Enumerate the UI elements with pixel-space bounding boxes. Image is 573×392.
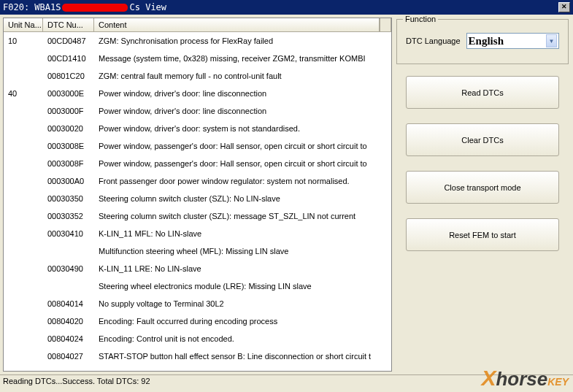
cell-dtc: 000300A0 xyxy=(43,177,94,185)
cell-dtc: 0003008E xyxy=(43,142,94,150)
table-row[interactable]: 00030020Power window, driver's door: sys… xyxy=(4,120,391,137)
cell-dtc: 0003008F xyxy=(43,159,94,168)
lang-select[interactable]: English ▼ xyxy=(466,33,559,49)
cell-content: Encoding: Control unit is not encoded. xyxy=(94,334,391,343)
table-row[interactable]: 0003008FPower window, passenger's door: … xyxy=(4,155,391,172)
cell-content: Power window, driver's door: line discon… xyxy=(94,107,391,115)
cell-dtc: 00801C20 xyxy=(43,72,94,80)
table-row[interactable]: 400003000EPower window, driver's door: l… xyxy=(4,85,391,102)
cell-dtc: 00CD1410 xyxy=(43,54,94,63)
cell-content: Steering column switch cluster (SZL): me… xyxy=(94,212,391,220)
cell-unit: 40 xyxy=(4,89,43,98)
table-row[interactable]: 00030490K-LIN_11 LRE: No LIN-slave xyxy=(4,260,391,277)
close-transport-button[interactable]: Close transport mode xyxy=(406,171,559,204)
table-row[interactable]: Multifunction steering wheel (MFL): Miss… xyxy=(4,242,391,260)
lang-label: DTC Language xyxy=(406,36,461,45)
cell-dtc: 00804014 xyxy=(43,299,94,308)
reset-fem-button[interactable]: Reset FEM to start xyxy=(406,218,559,251)
cell-content: Power window, driver's door: line discon… xyxy=(94,89,391,98)
col-header-unit[interactable]: Unit Na... xyxy=(4,18,43,31)
cell-content: Power window, driver's door: system is n… xyxy=(94,124,391,133)
window-title: F020: WBA1SCs View xyxy=(3,0,166,15)
table-row[interactable]: 00030352Steering column switch cluster (… xyxy=(4,207,391,225)
redacted-vin xyxy=(62,4,128,12)
col-header-dtc[interactable]: DTC Nu... xyxy=(43,18,94,31)
cell-content: START-STOP button hall effect sensor B: … xyxy=(94,352,391,361)
scroll-corner xyxy=(380,18,391,31)
title-bar: F020: WBA1SCs View ✕ xyxy=(0,0,573,15)
chevron-down-icon: ▼ xyxy=(546,34,557,47)
table-row[interactable]: 00804024Encoding: Control unit is not en… xyxy=(4,330,391,347)
table-row[interactable]: 00801C20ZGM: central fault memory full -… xyxy=(4,67,391,85)
dtc-table: Unit Na... DTC Nu... Content 1000CD0487Z… xyxy=(3,18,392,372)
cell-content: Steering column switch cluster (SZL): No… xyxy=(94,194,391,203)
cell-dtc: 00030352 xyxy=(43,212,94,220)
close-button[interactable]: ✕ xyxy=(558,2,570,12)
function-panel: Function DTC Language English ▼ Read DTC… xyxy=(395,18,570,372)
table-row[interactable]: 00030410K-LIN_11 MFL: No LIN-slave xyxy=(4,225,391,242)
cell-unit: 10 xyxy=(4,36,43,45)
table-row[interactable]: 0003000FPower window, driver's door: lin… xyxy=(4,102,391,120)
table-row[interactable]: 0003008EPower window, passenger's door: … xyxy=(4,137,391,155)
table-row[interactable]: 00804014No supply voltage to Terminal 30… xyxy=(4,295,391,312)
cell-content: Front passenger door power window regula… xyxy=(94,177,391,185)
cell-content: K-LIN_11 LRE: No LIN-slave xyxy=(94,264,391,273)
cell-content: Message (system time, 0x328) missing, re… xyxy=(94,54,391,63)
read-dtcs-button[interactable]: Read DTCs xyxy=(406,76,559,109)
function-legend: Function xyxy=(403,15,438,23)
cell-dtc: 0003000F xyxy=(43,107,94,115)
table-row[interactable]: 00030350Steering column switch cluster (… xyxy=(4,190,391,207)
cell-dtc: 00030410 xyxy=(43,229,94,238)
lang-value: English xyxy=(469,35,504,47)
cell-dtc: 00030350 xyxy=(43,194,94,203)
col-header-content[interactable]: Content xyxy=(94,18,380,31)
cell-dtc: 0003000E xyxy=(43,89,94,98)
table-row[interactable]: 00804020Encoding: Fault occurred during … xyxy=(4,312,391,330)
cell-dtc: 00804027 xyxy=(43,352,94,361)
cell-content: K-LIN_11 MFL: No LIN-slave xyxy=(94,229,391,238)
table-row[interactable]: 00804027START-STOP button hall effect se… xyxy=(4,347,391,365)
cell-content: Encoding: Fault occurred during encoding… xyxy=(94,317,391,326)
cell-dtc: 00CD0487 xyxy=(43,36,94,45)
cell-content: ZGM: Synchronisation process for FlexRay… xyxy=(94,36,391,45)
cell-dtc: 00030020 xyxy=(43,124,94,133)
cell-dtc: 00804024 xyxy=(43,334,94,343)
table-row[interactable]: Steering wheel electronics module (LRE):… xyxy=(4,277,391,295)
table-row[interactable]: 00CD1410Message (system time, 0x328) mis… xyxy=(4,50,391,67)
table-body[interactable]: 1000CD0487ZGM: Synchronisation process f… xyxy=(4,32,391,371)
cell-content: Multifunction steering wheel (MFL): Miss… xyxy=(94,247,391,255)
cell-content: No supply voltage to Terminal 30L2 xyxy=(94,299,391,308)
clear-dtcs-button[interactable]: Clear DTCs xyxy=(406,123,559,156)
status-bar: Reading DTCs...Success. Total DTCs: 92 xyxy=(0,374,573,388)
cell-content: ZGM: central fault memory full - no cont… xyxy=(94,72,391,80)
cell-dtc: 00804020 xyxy=(43,317,94,326)
cell-content: Power window, passenger's door: Hall sen… xyxy=(94,159,391,168)
cell-dtc: 00030490 xyxy=(43,264,94,273)
table-header: Unit Na... DTC Nu... Content xyxy=(4,18,391,32)
cell-content: Steering wheel electronics module (LRE):… xyxy=(94,282,391,291)
table-row[interactable]: 1000CD0487ZGM: Synchronisation process f… xyxy=(4,32,391,50)
cell-content: Power window, passenger's door: Hall sen… xyxy=(94,142,391,150)
table-row[interactable]: 000300A0Front passenger door power windo… xyxy=(4,172,391,190)
